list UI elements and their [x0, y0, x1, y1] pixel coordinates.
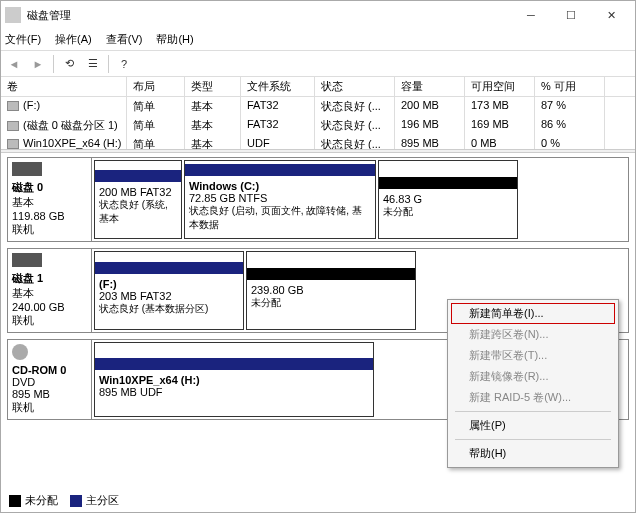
- partition[interactable]: 200 MB FAT32状态良好 (系统, 基本: [94, 160, 182, 239]
- disk-info[interactable]: CD-ROM 0DVD895 MB联机: [8, 340, 92, 419]
- ctx-new-raid5-volume[interactable]: 新建 RAID-5 卷(W)...: [451, 387, 615, 408]
- col-free[interactable]: 可用空间: [465, 77, 535, 96]
- menubar: 文件(F) 操作(A) 查看(V) 帮助(H): [1, 29, 635, 51]
- legend: 未分配 主分区: [7, 491, 121, 510]
- volume-row[interactable]: Win10XPE_x64 (H:)简单基本UDF状态良好 (...895 MB0…: [1, 135, 635, 149]
- col-pct[interactable]: % 可用: [535, 77, 605, 96]
- legend-primary-label: 主分区: [86, 494, 119, 506]
- back-button[interactable]: ◄: [3, 53, 25, 75]
- disk-info[interactable]: 磁盘 1基本240.00 GB联机: [8, 249, 92, 332]
- forward-button[interactable]: ►: [27, 53, 49, 75]
- ctx-new-mirrored-volume[interactable]: 新建镜像卷(R)...: [451, 366, 615, 387]
- legend-primary-swatch: [70, 495, 82, 507]
- disk-info[interactable]: 磁盘 0基本119.88 GB联机: [8, 158, 92, 241]
- help-button[interactable]: ?: [113, 53, 135, 75]
- ctx-new-spanned-volume[interactable]: 新建跨区卷(N)...: [451, 324, 615, 345]
- menu-view[interactable]: 查看(V): [106, 32, 143, 47]
- disk-icon: [12, 344, 28, 360]
- ctx-help[interactable]: 帮助(H): [451, 443, 615, 464]
- partition[interactable]: Win10XPE_x64 (H:)895 MB UDF: [94, 342, 374, 417]
- volume-list: 卷 布局 类型 文件系统 状态 容量 可用空间 % 可用 (F:)简单基本FAT…: [1, 77, 635, 149]
- col-capacity[interactable]: 容量: [395, 77, 465, 96]
- minimize-button[interactable]: ─: [511, 1, 551, 29]
- window-title: 磁盘管理: [27, 8, 511, 23]
- col-fs[interactable]: 文件系统: [241, 77, 315, 96]
- col-layout[interactable]: 布局: [127, 77, 185, 96]
- refresh-button[interactable]: ⟲: [58, 53, 80, 75]
- volume-row[interactable]: (磁盘 0 磁盘分区 1)简单基本FAT32状态良好 (...196 MB169…: [1, 116, 635, 135]
- partition[interactable]: 239.80 GB未分配: [246, 251, 416, 330]
- volume-list-header: 卷 布局 类型 文件系统 状态 容量 可用空间 % 可用: [1, 77, 635, 97]
- close-button[interactable]: ✕: [591, 1, 631, 29]
- partition[interactable]: (F:)203 MB FAT32状态良好 (基本数据分区): [94, 251, 244, 330]
- disk-icon: [12, 253, 42, 267]
- ctx-new-simple-volume[interactable]: 新建简单卷(I)...: [451, 303, 615, 324]
- settings-button[interactable]: ☰: [82, 53, 104, 75]
- col-type[interactable]: 类型: [185, 77, 241, 96]
- titlebar: 磁盘管理 ─ ☐ ✕: [1, 1, 635, 29]
- menu-file[interactable]: 文件(F): [5, 32, 41, 47]
- toolbar: ◄ ► ⟲ ☰ ?: [1, 51, 635, 77]
- ctx-new-striped-volume[interactable]: 新建带区卷(T)...: [451, 345, 615, 366]
- partition[interactable]: Windows (C:)72.85 GB NTFS状态良好 (启动, 页面文件,…: [184, 160, 376, 239]
- app-icon: [5, 7, 21, 23]
- menu-action[interactable]: 操作(A): [55, 32, 92, 47]
- context-menu: 新建简单卷(I)... 新建跨区卷(N)... 新建带区卷(T)... 新建镜像…: [447, 299, 619, 468]
- col-status[interactable]: 状态: [315, 77, 395, 96]
- disk-icon: [12, 162, 42, 176]
- ctx-properties[interactable]: 属性(P): [451, 415, 615, 436]
- legend-unalloc-swatch: [9, 495, 21, 507]
- col-volume[interactable]: 卷: [1, 77, 127, 96]
- legend-unalloc-label: 未分配: [25, 494, 58, 506]
- disk-row: 磁盘 0基本119.88 GB联机200 MB FAT32状态良好 (系统, 基…: [7, 157, 629, 242]
- maximize-button[interactable]: ☐: [551, 1, 591, 29]
- menu-help[interactable]: 帮助(H): [156, 32, 193, 47]
- volume-row[interactable]: (F:)简单基本FAT32状态良好 (...200 MB173 MB87 %: [1, 97, 635, 116]
- partition[interactable]: 46.83 G未分配: [378, 160, 518, 239]
